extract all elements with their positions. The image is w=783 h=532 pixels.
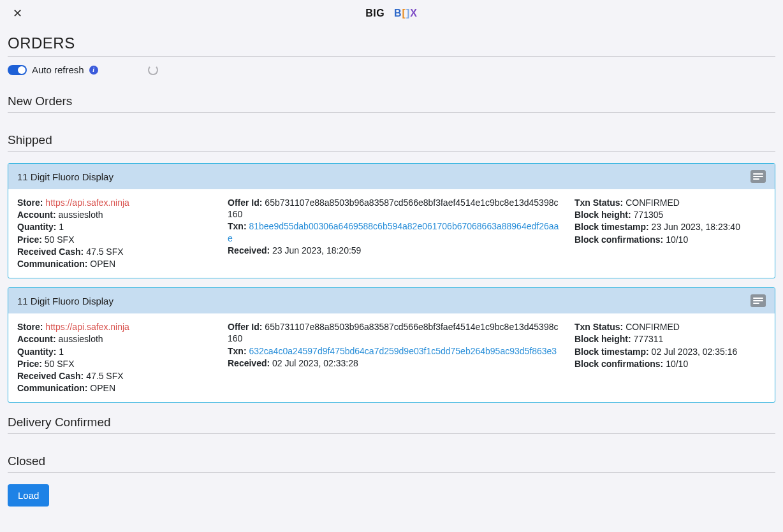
section-delivery-confirmed: Delivery Confirmed (8, 415, 775, 434)
communication-value: OPEN (90, 383, 115, 393)
app-header: ✕ BIG B[]X (0, 0, 783, 27)
label-received: Received: (228, 245, 270, 255)
order-card: 11 Digit Fluoro Display Store: https://a… (8, 287, 775, 403)
label-store: Store: (17, 198, 43, 208)
label-txn-status: Txn Status: (574, 322, 623, 332)
load-button[interactable]: Load (8, 484, 49, 507)
label-received-cash: Received Cash: (17, 247, 84, 257)
section-title-delivery-confirmed: Delivery Confirmed (8, 415, 775, 434)
order-col-right: Txn Status: CONFIRMED Block height: 7773… (574, 321, 766, 394)
order-col-left: Store: https://api.safex.ninja Account: … (17, 197, 215, 270)
label-communication: Communication: (17, 259, 87, 269)
section-shipped: Shipped 11 Digit Fluoro Display Store: h… (8, 133, 775, 403)
auto-refresh-row: Auto refresh i (8, 64, 775, 75)
label-txn: Txn: (228, 346, 247, 356)
account-value: aussiesloth (59, 210, 103, 220)
quantity-value: 1 (59, 222, 64, 232)
order-menu-icon[interactable] (750, 170, 766, 183)
order-card-body: Store: https://api.safex.ninja Account: … (8, 313, 775, 402)
offer-id-value: 65b731107e88a8503b96a83587cd566e8bf3faef… (228, 322, 558, 343)
quantity-value: 1 (59, 347, 64, 357)
received-value: 23 Jun 2023, 18:20:59 (272, 245, 361, 255)
section-title-closed: Closed (8, 454, 775, 473)
label-quantity: Quantity: (17, 347, 56, 357)
section-title-shipped: Shipped (8, 133, 775, 152)
order-menu-icon[interactable] (750, 294, 766, 307)
section-new-orders: New Orders (8, 94, 775, 113)
logo-text-b: B (394, 8, 402, 18)
order-col-middle: Offer Id: 65b731107e88a8503b96a83587cd56… (228, 197, 562, 270)
communication-value: OPEN (90, 259, 115, 269)
offer-id-value: 65b731107e88a8503b96a83587cd566e8bf3faef… (228, 198, 558, 219)
label-block-confirmations: Block confirmations: (574, 359, 663, 369)
order-card-header: 11 Digit Fluoro Display (8, 164, 775, 189)
txn-status-value: CONFIRMED (626, 322, 680, 332)
label-offer-id: Offer Id: (228, 322, 262, 332)
logo-text-big: BIG (365, 8, 384, 18)
order-card: 11 Digit Fluoro Display Store: https://a… (8, 163, 775, 278)
block-height-value: 771305 (634, 210, 664, 220)
order-card-header: 11 Digit Fluoro Display (8, 288, 775, 313)
label-quantity: Quantity: (17, 222, 56, 232)
store-link[interactable]: https://api.safex.ninja (45, 198, 129, 208)
block-confirmations-value: 10/10 (666, 359, 688, 369)
label-store: Store: (17, 322, 43, 332)
block-timestamp-value: 23 Jun 2023, 18:23:40 (652, 222, 740, 232)
block-confirmations-value: 10/10 (666, 234, 688, 245)
txn-status-value: CONFIRMED (626, 198, 680, 208)
store-link[interactable]: https://api.safex.ninja (45, 322, 129, 332)
label-block-timestamp: Block timestamp: (574, 222, 649, 232)
order-title: 11 Digit Fluoro Display (17, 296, 113, 306)
order-col-left: Store: https://api.safex.ninja Account: … (17, 321, 215, 394)
label-received-cash: Received Cash: (17, 371, 84, 381)
txn-link[interactable]: 81bee9d55dab00306a6469588c6b594a82e06170… (228, 221, 559, 243)
page-title: ORDERS (8, 34, 775, 57)
label-account: Account: (17, 210, 56, 220)
price-value: 50 SFX (45, 359, 75, 369)
main-container: ORDERS Auto refresh i New Orders Shipped… (0, 27, 783, 519)
auto-refresh-label: Auto refresh (32, 64, 84, 75)
txn-link[interactable]: 632ca4c0a24597d9f475bd64ca7d259d9e03f1c5… (249, 346, 557, 356)
logo-text-x: X (410, 8, 418, 18)
label-block-height: Block height: (574, 210, 631, 220)
block-timestamp-value: 02 Jul 2023, 02:35:16 (652, 347, 738, 357)
block-height-value: 777311 (634, 334, 664, 344)
refresh-icon[interactable] (148, 65, 158, 75)
section-closed: Closed (8, 454, 775, 473)
account-value: aussiesloth (59, 334, 103, 344)
order-title: 11 Digit Fluoro Display (17, 171, 113, 182)
label-price: Price: (17, 359, 42, 369)
label-block-timestamp: Block timestamp: (574, 347, 649, 357)
received-cash-value: 47.5 SFX (86, 371, 123, 381)
received-value: 02 Jul 2023, 02:33:28 (272, 358, 358, 368)
auto-refresh-toggle[interactable] (8, 65, 27, 75)
logo: BIG B[]X (365, 8, 418, 19)
price-value: 50 SFX (45, 234, 75, 245)
info-icon[interactable]: i (89, 66, 98, 75)
order-col-middle: Offer Id: 65b731107e88a8503b96a83587cd56… (228, 321, 562, 394)
label-received: Received: (228, 358, 270, 368)
received-cash-value: 47.5 SFX (86, 247, 123, 257)
label-account: Account: (17, 334, 56, 344)
label-txn-status: Txn Status: (574, 198, 623, 208)
close-button[interactable]: ✕ (13, 8, 22, 19)
label-block-confirmations: Block confirmations: (574, 234, 663, 245)
label-price: Price: (17, 234, 42, 245)
label-txn: Txn: (228, 221, 247, 231)
order-card-body: Store: https://api.safex.ninja Account: … (8, 189, 775, 278)
section-title-new-orders: New Orders (8, 94, 775, 113)
label-block-height: Block height: (574, 334, 631, 344)
label-communication: Communication: (17, 383, 87, 393)
label-offer-id: Offer Id: (228, 198, 262, 208)
order-col-right: Txn Status: CONFIRMED Block height: 7713… (574, 197, 766, 270)
